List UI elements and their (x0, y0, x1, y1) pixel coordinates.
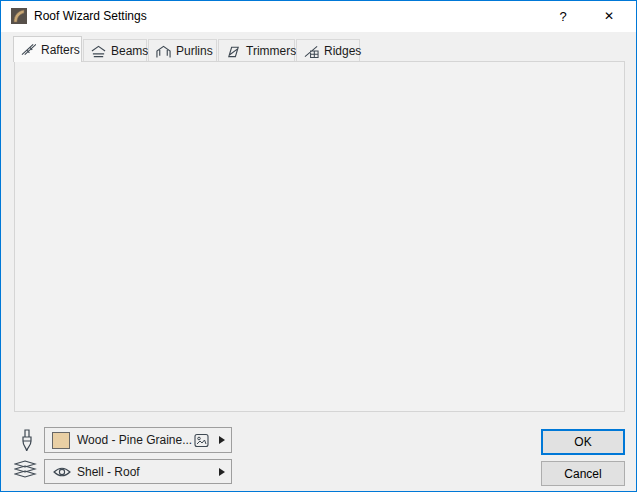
tab-label: Rafters (41, 43, 80, 57)
trimmers-icon (226, 45, 241, 58)
material-name: Wood - Pine Graine... (77, 433, 192, 448)
tab-label: Ridges (324, 44, 361, 58)
ridges-icon (304, 45, 319, 58)
tab-ridges[interactable]: Ridges (296, 39, 360, 62)
dropdown-arrow-icon (219, 436, 225, 444)
eye-icon (53, 466, 71, 478)
beams-icon (91, 45, 106, 58)
layer-stack-icon (14, 460, 37, 480)
dropdown-arrow-icon (219, 468, 225, 476)
rafters-icon (21, 43, 36, 56)
tab-beams[interactable]: Beams (83, 39, 147, 62)
purlins-icon (156, 45, 171, 58)
tab-label: Purlins (176, 44, 213, 58)
tab-label: Beams (111, 44, 148, 58)
window-title: Roof Wizard Settings (34, 9, 147, 23)
ok-button[interactable]: OK (541, 429, 625, 455)
tab-rafters[interactable]: Rafters (13, 36, 82, 62)
tab-label: Trimmers (246, 44, 296, 58)
tab-trimmers[interactable]: Trimmers (218, 39, 295, 62)
texture-icon (194, 433, 209, 448)
title-bar: Roof Wizard Settings ? ✕ (1, 1, 636, 32)
layer-name: Shell - Roof (77, 465, 140, 480)
rafters-tab-page (14, 61, 625, 412)
material-brush-icon (18, 429, 35, 453)
cancel-button[interactable]: Cancel (541, 461, 625, 486)
app-icon (11, 8, 27, 24)
layer-dropdown[interactable]: Shell - Roof (44, 459, 232, 484)
material-swatch (52, 432, 70, 449)
tab-purlins[interactable]: Purlins (148, 39, 217, 62)
help-button[interactable]: ? (546, 1, 580, 32)
close-button[interactable]: ✕ (592, 1, 626, 32)
roof-wizard-settings-dialog: Roof Wizard Settings ? ✕ Rafters Beams P… (0, 0, 637, 492)
material-dropdown[interactable]: Wood - Pine Graine... (44, 427, 232, 453)
